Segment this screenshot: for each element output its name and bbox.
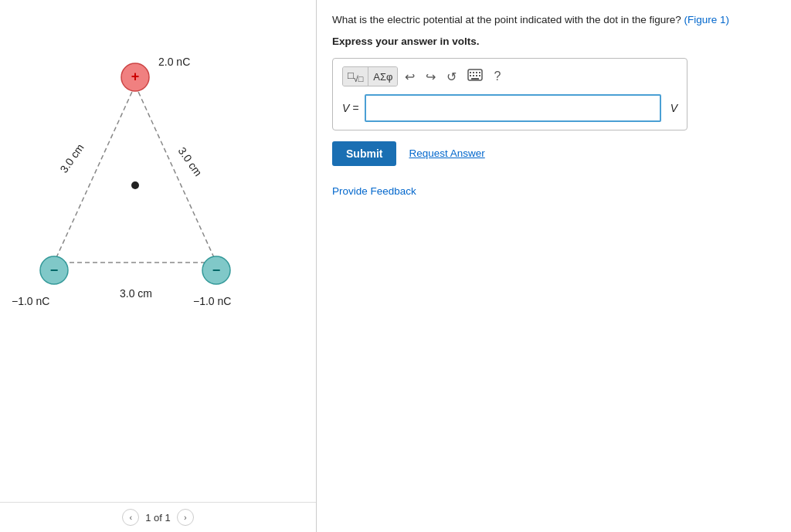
svg-rect-17 [470, 72, 471, 73]
left-panel: + − − 2.0 nC 3.0 cm 3.0 cm 3.0 cm −1.0 n… [0, 0, 317, 532]
pagination-label: 1 of 1 [145, 512, 171, 524]
help-button[interactable]: ? [490, 68, 504, 85]
next-page-button[interactable]: › [177, 509, 194, 526]
svg-text:2.0 nC: 2.0 nC [158, 56, 190, 68]
svg-text:+: + [131, 69, 140, 84]
figure-link[interactable]: (Figure 1) [684, 14, 730, 25]
svg-text:−: − [50, 263, 59, 278]
equation-label: V = [342, 102, 358, 114]
svg-rect-18 [473, 72, 474, 73]
action-row: Submit Request Answer [332, 141, 776, 166]
pagination-bar: ‹ 1 of 1 › [0, 502, 316, 532]
svg-rect-21 [470, 75, 471, 76]
answer-input[interactable] [365, 94, 660, 122]
svg-text:−1.0 nC: −1.0 nC [193, 295, 231, 307]
redo-button[interactable]: ↪ [422, 68, 440, 86]
figure-svg: + − − 2.0 nC 3.0 cm 3.0 cm 3.0 cm −1.0 n… [8, 23, 309, 502]
svg-line-1 [135, 85, 216, 263]
unit-label: V [670, 102, 677, 114]
svg-rect-25 [471, 78, 479, 80]
submit-button[interactable]: Submit [332, 141, 396, 166]
toolbar: □√□ ΑΣφ ↩ ↪ ↺ [342, 66, 677, 86]
template-button[interactable]: □√□ [343, 67, 368, 86]
svg-rect-24 [479, 75, 480, 76]
answer-box: □√□ ΑΣφ ↩ ↪ ↺ [332, 58, 687, 130]
svg-text:−: − [212, 263, 221, 278]
express-text: Express your answer in volts. [332, 36, 776, 47]
svg-text:3.0 cm: 3.0 cm [120, 287, 152, 300]
svg-rect-23 [476, 75, 477, 76]
svg-rect-20 [479, 72, 480, 73]
svg-text:3.0 cm: 3.0 cm [57, 141, 86, 175]
question-text: What is the electric potential at the po… [332, 12, 776, 28]
input-row: V = V [342, 94, 677, 122]
svg-text:−1.0 nC: −1.0 nC [12, 295, 49, 307]
undo-button[interactable]: ↩ [401, 68, 419, 86]
keyboard-button[interactable] [463, 67, 487, 86]
symbol-button[interactable]: ΑΣφ [368, 67, 397, 86]
template-symbol-group: □√□ ΑΣφ [342, 66, 398, 86]
provide-feedback-link[interactable]: Provide Feedback [332, 185, 416, 197]
right-panel: What is the electric potential at the po… [317, 0, 791, 532]
reset-button[interactable]: ↺ [443, 68, 460, 86]
svg-point-9 [131, 181, 139, 189]
prev-page-button[interactable]: ‹ [122, 509, 139, 526]
keyboard-icon [467, 69, 483, 81]
svg-rect-22 [473, 75, 474, 76]
svg-text:3.0 cm: 3.0 cm [176, 145, 205, 179]
svg-rect-19 [476, 72, 477, 73]
request-answer-button[interactable]: Request Answer [409, 147, 484, 159]
figure-area: + − − 2.0 nC 3.0 cm 3.0 cm 3.0 cm −1.0 n… [0, 0, 316, 502]
